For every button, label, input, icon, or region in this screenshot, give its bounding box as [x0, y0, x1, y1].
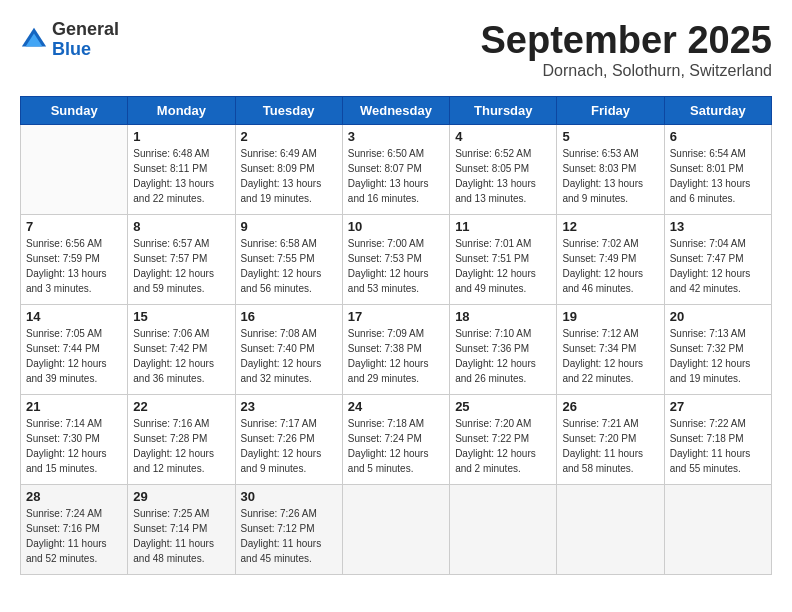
weekday-header-tuesday: Tuesday [235, 96, 342, 124]
logo-text: General Blue [52, 20, 119, 60]
sunset-text: Sunset: 8:01 PM [670, 161, 766, 176]
day-info: Sunrise: 7:18 AM Sunset: 7:24 PM Dayligh… [348, 416, 444, 476]
sunrise-text: Sunrise: 7:16 AM [133, 416, 229, 431]
daylight-text: Daylight: 12 hours and 12 minutes. [133, 446, 229, 476]
sunset-text: Sunset: 8:11 PM [133, 161, 229, 176]
day-number: 13 [670, 219, 766, 234]
sunrise-text: Sunrise: 6:57 AM [133, 236, 229, 251]
sunset-text: Sunset: 7:16 PM [26, 521, 122, 536]
sunrise-text: Sunrise: 7:24 AM [26, 506, 122, 521]
day-number: 27 [670, 399, 766, 414]
day-info: Sunrise: 7:12 AM Sunset: 7:34 PM Dayligh… [562, 326, 658, 386]
sunrise-text: Sunrise: 6:56 AM [26, 236, 122, 251]
day-number: 3 [348, 129, 444, 144]
day-number: 15 [133, 309, 229, 324]
calendar-cell [21, 124, 128, 214]
calendar-cell: 17 Sunrise: 7:09 AM Sunset: 7:38 PM Dayl… [342, 304, 449, 394]
sunrise-text: Sunrise: 6:58 AM [241, 236, 337, 251]
calendar-cell: 9 Sunrise: 6:58 AM Sunset: 7:55 PM Dayli… [235, 214, 342, 304]
calendar-cell: 4 Sunrise: 6:52 AM Sunset: 8:05 PM Dayli… [450, 124, 557, 214]
day-number: 7 [26, 219, 122, 234]
weekday-header-wednesday: Wednesday [342, 96, 449, 124]
calendar-header: SundayMondayTuesdayWednesdayThursdayFrid… [21, 96, 772, 124]
daylight-text: Daylight: 12 hours and 59 minutes. [133, 266, 229, 296]
day-info: Sunrise: 6:58 AM Sunset: 7:55 PM Dayligh… [241, 236, 337, 296]
daylight-text: Daylight: 12 hours and 56 minutes. [241, 266, 337, 296]
sunrise-text: Sunrise: 7:05 AM [26, 326, 122, 341]
day-info: Sunrise: 6:48 AM Sunset: 8:11 PM Dayligh… [133, 146, 229, 206]
day-number: 6 [670, 129, 766, 144]
day-number: 24 [348, 399, 444, 414]
calendar-cell [450, 484, 557, 574]
day-info: Sunrise: 7:22 AM Sunset: 7:18 PM Dayligh… [670, 416, 766, 476]
sunset-text: Sunset: 7:12 PM [241, 521, 337, 536]
sunrise-text: Sunrise: 7:06 AM [133, 326, 229, 341]
sunset-text: Sunset: 7:38 PM [348, 341, 444, 356]
day-number: 17 [348, 309, 444, 324]
day-number: 2 [241, 129, 337, 144]
logo-blue: Blue [52, 40, 119, 60]
day-info: Sunrise: 6:57 AM Sunset: 7:57 PM Dayligh… [133, 236, 229, 296]
weekday-header-monday: Monday [128, 96, 235, 124]
logo-general: General [52, 20, 119, 40]
sunset-text: Sunset: 7:24 PM [348, 431, 444, 446]
sunrise-text: Sunrise: 6:48 AM [133, 146, 229, 161]
calendar-cell: 3 Sunrise: 6:50 AM Sunset: 8:07 PM Dayli… [342, 124, 449, 214]
daylight-text: Daylight: 12 hours and 36 minutes. [133, 356, 229, 386]
sunset-text: Sunset: 8:07 PM [348, 161, 444, 176]
sunset-text: Sunset: 7:26 PM [241, 431, 337, 446]
sunrise-text: Sunrise: 7:22 AM [670, 416, 766, 431]
weekday-header-friday: Friday [557, 96, 664, 124]
sunrise-text: Sunrise: 7:04 AM [670, 236, 766, 251]
day-number: 11 [455, 219, 551, 234]
sunset-text: Sunset: 7:49 PM [562, 251, 658, 266]
daylight-text: Daylight: 11 hours and 48 minutes. [133, 536, 229, 566]
logo: General Blue [20, 20, 119, 60]
daylight-text: Daylight: 11 hours and 58 minutes. [562, 446, 658, 476]
calendar-cell: 8 Sunrise: 6:57 AM Sunset: 7:57 PM Dayli… [128, 214, 235, 304]
month-title: September 2025 [481, 20, 773, 62]
day-number: 18 [455, 309, 551, 324]
calendar-cell: 2 Sunrise: 6:49 AM Sunset: 8:09 PM Dayli… [235, 124, 342, 214]
day-info: Sunrise: 7:10 AM Sunset: 7:36 PM Dayligh… [455, 326, 551, 386]
day-info: Sunrise: 7:00 AM Sunset: 7:53 PM Dayligh… [348, 236, 444, 296]
sunset-text: Sunset: 7:34 PM [562, 341, 658, 356]
day-number: 28 [26, 489, 122, 504]
daylight-text: Daylight: 13 hours and 3 minutes. [26, 266, 122, 296]
sunrise-text: Sunrise: 6:49 AM [241, 146, 337, 161]
day-info: Sunrise: 7:01 AM Sunset: 7:51 PM Dayligh… [455, 236, 551, 296]
calendar-cell [664, 484, 771, 574]
day-info: Sunrise: 7:02 AM Sunset: 7:49 PM Dayligh… [562, 236, 658, 296]
daylight-text: Daylight: 12 hours and 26 minutes. [455, 356, 551, 386]
calendar-week-row: 21 Sunrise: 7:14 AM Sunset: 7:30 PM Dayl… [21, 394, 772, 484]
day-info: Sunrise: 7:14 AM Sunset: 7:30 PM Dayligh… [26, 416, 122, 476]
daylight-text: Daylight: 12 hours and 32 minutes. [241, 356, 337, 386]
day-number: 26 [562, 399, 658, 414]
daylight-text: Daylight: 11 hours and 55 minutes. [670, 446, 766, 476]
title-block: September 2025 Dornach, Solothurn, Switz… [481, 20, 773, 80]
daylight-text: Daylight: 13 hours and 13 minutes. [455, 176, 551, 206]
sunrise-text: Sunrise: 7:21 AM [562, 416, 658, 431]
calendar-cell: 10 Sunrise: 7:00 AM Sunset: 7:53 PM Dayl… [342, 214, 449, 304]
day-number: 19 [562, 309, 658, 324]
calendar-cell: 30 Sunrise: 7:26 AM Sunset: 7:12 PM Dayl… [235, 484, 342, 574]
sunset-text: Sunset: 7:14 PM [133, 521, 229, 536]
day-number: 1 [133, 129, 229, 144]
calendar-week-row: 28 Sunrise: 7:24 AM Sunset: 7:16 PM Dayl… [21, 484, 772, 574]
sunrise-text: Sunrise: 7:25 AM [133, 506, 229, 521]
day-number: 30 [241, 489, 337, 504]
day-info: Sunrise: 7:20 AM Sunset: 7:22 PM Dayligh… [455, 416, 551, 476]
day-number: 23 [241, 399, 337, 414]
calendar-cell: 1 Sunrise: 6:48 AM Sunset: 8:11 PM Dayli… [128, 124, 235, 214]
sunrise-text: Sunrise: 7:18 AM [348, 416, 444, 431]
calendar-cell: 21 Sunrise: 7:14 AM Sunset: 7:30 PM Dayl… [21, 394, 128, 484]
sunset-text: Sunset: 7:42 PM [133, 341, 229, 356]
calendar-cell: 13 Sunrise: 7:04 AM Sunset: 7:47 PM Dayl… [664, 214, 771, 304]
sunrise-text: Sunrise: 6:53 AM [562, 146, 658, 161]
calendar-cell: 15 Sunrise: 7:06 AM Sunset: 7:42 PM Dayl… [128, 304, 235, 394]
calendar-cell: 19 Sunrise: 7:12 AM Sunset: 7:34 PM Dayl… [557, 304, 664, 394]
sunset-text: Sunset: 7:32 PM [670, 341, 766, 356]
daylight-text: Daylight: 12 hours and 53 minutes. [348, 266, 444, 296]
day-info: Sunrise: 6:49 AM Sunset: 8:09 PM Dayligh… [241, 146, 337, 206]
sunset-text: Sunset: 7:53 PM [348, 251, 444, 266]
